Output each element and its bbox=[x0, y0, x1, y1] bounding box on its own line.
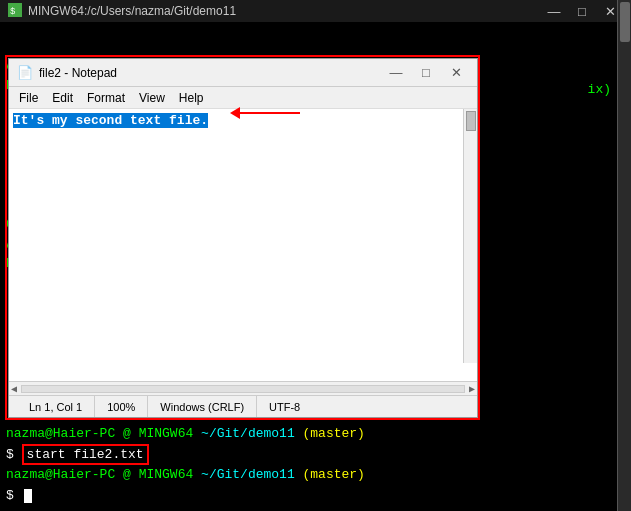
notepad-menubar: File Edit Format View Help bbox=[9, 87, 477, 109]
terminal-command-line: $ start file2.txt bbox=[6, 445, 604, 466]
prompt2-branch: (master) bbox=[303, 467, 365, 482]
menu-edit[interactable]: Edit bbox=[46, 89, 79, 107]
status-zoom: 100% bbox=[95, 396, 148, 417]
terminal-bottom-content: nazma@Haier-PC @ MINGW64 ~/Git/demo11 (m… bbox=[0, 418, 610, 511]
notepad-file-icon: 📄 bbox=[17, 65, 33, 80]
line-ending-text: Windows (CRLF) bbox=[160, 401, 244, 413]
prompt2-user: nazma@Haier-PC bbox=[6, 467, 115, 482]
svg-text:$: $ bbox=[10, 7, 16, 17]
hscroll-right-btn[interactable]: ▶ bbox=[469, 383, 475, 395]
zoom-text: 100% bbox=[107, 401, 135, 413]
status-position: Ln 1, Col 1 bbox=[17, 396, 95, 417]
notepad-minimize-button[interactable]: — bbox=[383, 64, 409, 82]
notepad-vscrollbar-thumb[interactable] bbox=[466, 111, 476, 131]
notepad-text-area[interactable]: It's my second text file. bbox=[9, 109, 477, 381]
cursor-symbol: $ bbox=[6, 488, 14, 503]
arrow-indicator bbox=[230, 107, 300, 119]
arrow-head bbox=[230, 107, 240, 119]
terminal-icon: $ bbox=[8, 3, 22, 20]
selected-text: It's my second text file. bbox=[13, 113, 208, 128]
notepad-close-button[interactable]: ✕ bbox=[443, 64, 469, 82]
menu-view[interactable]: View bbox=[133, 89, 171, 107]
command-prompt-symbol: $ bbox=[6, 447, 22, 462]
prompt1-shell: MINGW64 bbox=[139, 426, 194, 441]
prompt1-user: nazma@Haier-PC bbox=[6, 426, 115, 441]
terminal-titlebar: $ MINGW64:/c/Users/nazma/Git/demo11 — □ … bbox=[0, 0, 631, 22]
menu-format[interactable]: Format bbox=[81, 89, 131, 107]
arrow-line bbox=[240, 112, 300, 114]
status-encoding: UTF-8 bbox=[257, 396, 312, 417]
notepad-statusbar: Ln 1, Col 1 100% Windows (CRLF) UTF-8 bbox=[9, 395, 477, 417]
notepad-title-group: 📄 file2 - Notepad bbox=[17, 65, 117, 80]
terminal-prompt-line-1: nazma@Haier-PC @ MINGW64 ~/Git/demo11 (m… bbox=[6, 424, 604, 445]
prompt2-shell: MINGW64 bbox=[139, 467, 194, 482]
prompt1-branch: (master) bbox=[303, 426, 365, 441]
status-line-ending: Windows (CRLF) bbox=[148, 396, 257, 417]
command-text: start file2.txt bbox=[22, 444, 149, 465]
terminal-minimize-button[interactable]: — bbox=[541, 2, 567, 20]
menu-file[interactable]: File bbox=[13, 89, 44, 107]
scrollbar-thumb[interactable] bbox=[620, 2, 630, 42]
terminal-title: MINGW64:/c/Users/nazma/Git/demo11 bbox=[28, 4, 236, 18]
hscroll-left-btn[interactable]: ◀ bbox=[11, 383, 17, 395]
prompt1-path: ~/Git/demo11 bbox=[201, 426, 295, 441]
notepad-vscrollbar[interactable] bbox=[463, 109, 477, 363]
terminal-cursor-line: $ bbox=[6, 486, 604, 507]
terminal-right-text: ix) bbox=[588, 80, 611, 100]
notepad-title-text: file2 - Notepad bbox=[39, 66, 117, 80]
right-partial-text: ix) bbox=[588, 82, 611, 97]
menu-help[interactable]: Help bbox=[173, 89, 210, 107]
notepad-controls: — □ ✕ bbox=[383, 64, 469, 82]
cursor-block bbox=[24, 489, 32, 503]
window-scrollbar[interactable] bbox=[617, 0, 631, 511]
encoding-text: UTF-8 bbox=[269, 401, 300, 413]
notepad-titlebar: 📄 file2 - Notepad — □ ✕ bbox=[9, 59, 477, 87]
terminal-prompt-line-2: nazma@Haier-PC @ MINGW64 ~/Git/demo11 (m… bbox=[6, 465, 604, 486]
prompt1-at: @ bbox=[123, 426, 131, 441]
position-text: Ln 1, Col 1 bbox=[29, 401, 82, 413]
prompt2-path: ~/Git/demo11 bbox=[201, 467, 295, 482]
notepad-maximize-button[interactable]: □ bbox=[413, 64, 439, 82]
terminal-window: $ MINGW64:/c/Users/nazma/Git/demo11 — □ … bbox=[0, 0, 631, 511]
prompt2-at: @ bbox=[123, 467, 131, 482]
notepad-hscrollbar[interactable]: ◀ ▶ bbox=[9, 381, 477, 395]
terminal-maximize-button[interactable]: □ bbox=[569, 2, 595, 20]
